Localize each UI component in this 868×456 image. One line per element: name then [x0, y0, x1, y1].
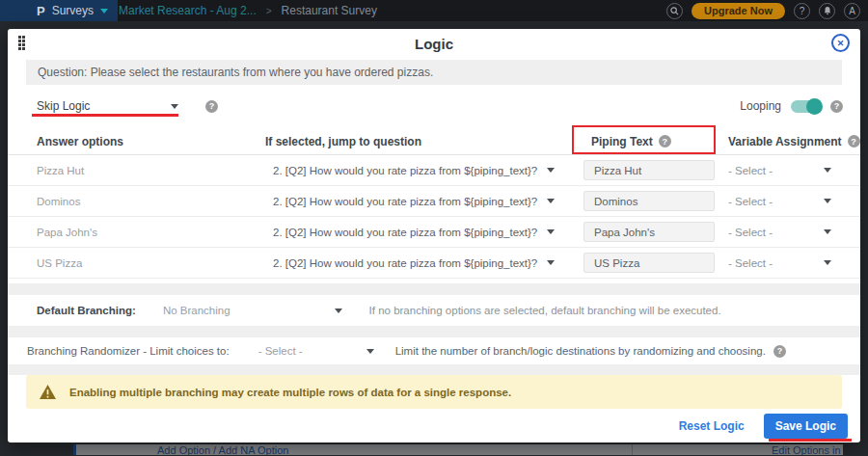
piping-text-input[interactable] [583, 253, 715, 273]
jump-question-dropdown[interactable]: 2. [Q2] How would you rate pizza from ${… [265, 257, 583, 269]
bell-icon [823, 6, 832, 15]
variable-assignment-value: - Select - [728, 196, 773, 207]
looping-label: Looping [740, 99, 781, 113]
variable-assignment-help-icon[interactable]: ? [848, 135, 860, 148]
warning-triangle-icon [39, 384, 57, 400]
variable-assignment-value: - Select - [728, 165, 773, 176]
branching-randomizer-dropdown[interactable]: - Select - [258, 345, 303, 357]
header-jump-to-question: If selected, jump to question [265, 135, 583, 148]
breadcrumb: Market Research - Aug 2... > Restaurant … [119, 0, 377, 21]
chevron-down-icon [171, 104, 178, 109]
chevron-down-icon [824, 229, 831, 234]
breadcrumb-current: Restaurant Survey [282, 4, 377, 17]
jump-question-dropdown[interactable]: 2. [Q2] How would you rate pizza from ${… [265, 196, 583, 207]
logic-table: Answer options If selected, jump to ques… [8, 128, 860, 279]
section-divider [8, 326, 860, 337]
branching-randomizer-description: Limit the number of branch/logic destina… [395, 345, 766, 357]
logic-modal: Logic ✕ Question: Please select the rest… [8, 29, 860, 443]
table-row: Dominos 2. [Q2] How would you rate pizza… [8, 186, 860, 217]
close-icon: ✕ [837, 39, 845, 48]
chevron-down-icon [824, 168, 831, 173]
warning-banner: Enabling multiple branching may create m… [26, 375, 842, 409]
section-divider [8, 283, 860, 295]
jump-question-value: 2. [Q2] How would you rate pizza from ${… [273, 227, 537, 238]
chevron-down-icon [547, 199, 555, 203]
jump-question-value: 2. [Q2] How would you rate pizza from ${… [273, 196, 537, 207]
jump-question-value: 2. [Q2] How would you rate pizza from ${… [273, 165, 537, 176]
piping-text-input[interactable] [583, 191, 715, 211]
chevron-down-icon [547, 229, 555, 234]
answer-option-label: Pizza Hut [37, 165, 265, 176]
table-row: Papa John's 2. [Q2] How would you rate p… [8, 217, 860, 248]
annotation-box-piping-text [572, 125, 716, 154]
modal-footer: Reset Logic Save Logic [679, 413, 848, 440]
header-variable-assignment-label: Variable Assignment [728, 135, 842, 148]
notifications-button[interactable] [819, 3, 835, 19]
modal-title: Logic [8, 36, 860, 52]
breadcrumb-separator: > [266, 6, 272, 16]
chevron-down-icon [547, 260, 555, 265]
variable-assignment-dropdown[interactable]: - Select - [720, 196, 860, 207]
breadcrumb-parent-link[interactable]: Market Research - Aug 2... [119, 4, 257, 17]
chevron-down-icon [824, 199, 831, 203]
branching-randomizer-label: Branching Randomizer - Limit choices to: [27, 345, 230, 357]
reset-logic-link[interactable]: Reset Logic [679, 419, 745, 433]
default-branching-dropdown[interactable]: No Branching [163, 305, 231, 316]
topbar-actions: Upgrade Now ? A [666, 0, 860, 21]
screen: P Surveys Market Research - Aug 2... > R… [0, 0, 868, 456]
annotation-underline-skip-logic [32, 114, 178, 117]
table-row: Pizza Hut 2. [Q2] How would you rate piz… [8, 155, 860, 186]
variable-assignment-dropdown[interactable]: - Select - [720, 257, 860, 269]
variable-assignment-value: - Select - [728, 227, 773, 238]
header-answer-options: Answer options [37, 135, 265, 148]
help-button[interactable]: ? [794, 3, 810, 19]
toggle-knob [806, 98, 823, 115]
search-button[interactable] [666, 3, 683, 19]
section-divider [8, 364, 860, 375]
answer-option-label: Papa John's [37, 227, 265, 238]
variable-assignment-dropdown[interactable]: - Select - [720, 165, 860, 176]
annotation-underline-save-logic [769, 439, 852, 442]
default-branching-description: If no branching options are selected, de… [369, 305, 721, 316]
header-variable-assignment: Variable Assignment ? [720, 135, 860, 148]
answer-option-label: Dominos [37, 196, 265, 207]
question-label: Question: Please select the restaurants … [38, 66, 433, 79]
piping-text-input[interactable] [583, 160, 715, 180]
avatar[interactable]: A [844, 3, 860, 19]
save-logic-button[interactable]: Save Logic [764, 414, 848, 439]
questionpro-logo-icon: P [37, 4, 45, 18]
topbar: P Surveys Market Research - Aug 2... > R… [0, 0, 868, 21]
table-row: US Pizza 2. [Q2] How would you rate pizz… [8, 248, 860, 279]
chevron-down-icon[interactable] [335, 308, 342, 313]
close-button[interactable]: ✕ [831, 34, 850, 52]
branching-randomizer-row: Branching Randomizer - Limit choices to:… [27, 337, 843, 364]
default-branching-label: Default Branching: [37, 305, 136, 316]
piping-text-input[interactable] [583, 222, 715, 242]
variable-assignment-dropdown[interactable]: - Select - [720, 227, 860, 238]
jump-question-dropdown[interactable]: 2. [Q2] How would you rate pizza from ${… [265, 227, 583, 238]
looping-toggle[interactable] [791, 100, 821, 113]
looping-help-icon[interactable]: ? [830, 100, 843, 113]
surveys-menu-label: Surveys [52, 4, 94, 17]
default-branching-row: Default Branching: No Branching If no br… [37, 295, 843, 326]
question-bar: Question: Please select the restaurants … [26, 60, 842, 85]
jump-question-value: 2. [Q2] How would you rate pizza from ${… [273, 257, 537, 269]
logic-type-help-icon[interactable]: ? [205, 100, 218, 113]
chevron-down-icon [824, 260, 831, 265]
table-header-row: Answer options If selected, jump to ques… [8, 128, 860, 155]
chevron-down-icon [547, 168, 555, 173]
surveys-menu[interactable]: P Surveys [0, 0, 118, 21]
branching-randomizer-help-icon[interactable]: ? [773, 345, 786, 358]
variable-assignment-value: - Select - [728, 257, 773, 269]
upgrade-now-button[interactable]: Upgrade Now [692, 3, 785, 19]
chevron-down-icon [100, 9, 108, 13]
chevron-down-icon[interactable] [366, 349, 374, 354]
looping-control: Looping ? [740, 99, 843, 113]
logic-type-value: Skip Logic [37, 99, 90, 113]
warning-text: Enabling multiple branching may create m… [69, 387, 511, 398]
jump-question-dropdown[interactable]: 2. [Q2] How would you rate pizza from ${… [265, 165, 583, 176]
logic-type-dropdown[interactable]: Skip Logic [37, 99, 178, 113]
answer-option-label: US Pizza [37, 257, 265, 269]
search-icon [670, 7, 679, 15]
